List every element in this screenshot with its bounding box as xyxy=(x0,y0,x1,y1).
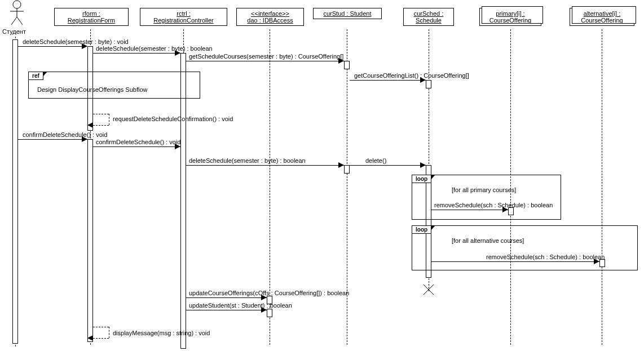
msg-m8: deleteSchedule(semester : byte) : boolea… xyxy=(189,157,306,164)
msg-m1: deleteSchedule(semester : byte) : void xyxy=(23,38,129,45)
actor-student xyxy=(6,0,28,26)
frame-loop2-label: loop xyxy=(412,225,431,234)
frame-ref-label: ref xyxy=(28,72,43,80)
arrow-m11 xyxy=(431,261,599,262)
arrow-m6 xyxy=(18,139,87,140)
arrow-m2 xyxy=(93,53,180,54)
msg-m5: requestDeleteScheduleConfirmation() : vo… xyxy=(113,115,233,122)
svg-line-3 xyxy=(11,17,17,25)
msg-m4: getCourseOfferingList() : CourseOffering… xyxy=(354,72,469,79)
activation-cursched-1 xyxy=(426,80,431,88)
msg-m11: removeSchedule(sch : Schedule) : boolean xyxy=(486,254,605,260)
arrow-m10 xyxy=(431,210,508,210)
svg-point-0 xyxy=(13,1,21,8)
msg-m7: confirmDeleteSchedule() : void xyxy=(96,139,180,145)
msg-m10: removeSchedule(sch : Schedule) : boolean xyxy=(434,202,553,208)
lifeline-alternative-line xyxy=(602,29,602,345)
lifeline-curstud-head: curStud : Student xyxy=(313,8,382,19)
msg-m6: confirmDeleteSchedule() : void xyxy=(23,131,107,138)
arrowhead-m9 xyxy=(420,162,426,168)
msg-m13: updateStudent(st : Student) : boolean xyxy=(189,302,292,309)
activation-rform-2 xyxy=(87,139,93,342)
activation-curstud-1 xyxy=(344,61,350,69)
arrow-m3 xyxy=(186,61,344,61)
arrow-m4 xyxy=(350,80,426,81)
lifeline-alternative-head: alternative[i] : CourseOffering xyxy=(570,8,634,26)
lifeline-curstud-line xyxy=(347,29,347,345)
arrow-m9 xyxy=(350,165,426,166)
activation-actor xyxy=(12,39,18,344)
msg-m14: displayMessage(msg : string) : void xyxy=(113,330,210,336)
msg-m3: getScheduleCourses(semester : byte) : Co… xyxy=(189,53,343,60)
activation-dao-2 xyxy=(267,309,272,317)
actor-label: Студент xyxy=(0,28,31,35)
arrow-m12 xyxy=(186,297,267,298)
lifeline-cursched-head: curSched : Schedule xyxy=(403,8,454,26)
lifeline-primary-head: primary[i] : CourseOffering xyxy=(479,8,541,26)
lifeline-dao-head: <<interface>> dao : IDBAccess xyxy=(236,8,304,26)
arrowhead-m8 xyxy=(338,162,344,168)
activation-curstud-2 xyxy=(344,165,350,174)
frame-loop1: loop [for all primary courses] xyxy=(412,175,561,220)
lifeline-rctrl-head: rctrl : RegistrationController xyxy=(140,8,227,26)
arrow-m8 xyxy=(186,165,344,166)
arrow-m7 xyxy=(93,146,180,147)
frame-loop1-label: loop xyxy=(412,175,431,183)
frame-loop1-guard: [for all primary courses] xyxy=(452,186,516,193)
destroy-cursched xyxy=(424,285,435,299)
arrow-m13 xyxy=(186,310,267,310)
msg-m9: delete() xyxy=(365,157,386,164)
arrow-m1 xyxy=(18,46,87,47)
frame-ref-text: Design DisplayCourseOfferings Subflow xyxy=(37,86,147,93)
svg-line-4 xyxy=(17,17,23,25)
msg-m12: updateCourseOfferings(cOffs : CourseOffe… xyxy=(189,290,349,296)
frame-ref: ref Design DisplayCourseOfferings Subflo… xyxy=(28,72,200,99)
msg-m2: deleteSchedule(semester : byte) : boolea… xyxy=(96,45,213,52)
lifeline-rform-head: rform : RegistrationForm xyxy=(54,8,129,26)
sequence-diagram: Студент rform : RegistrationForm rctrl :… xyxy=(0,0,644,351)
frame-loop2-guard: [for all alternative courses] xyxy=(452,237,524,244)
frame-loop2: loop [for all alternative courses] xyxy=(412,225,638,270)
